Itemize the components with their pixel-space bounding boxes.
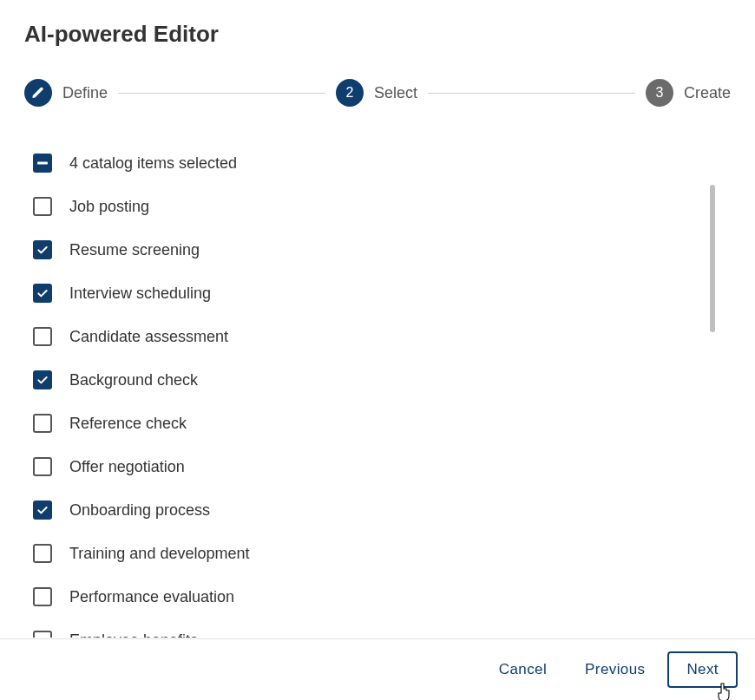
list-item-label: Background check	[69, 371, 198, 389]
cancel-button[interactable]: Cancel	[483, 652, 562, 687]
next-button[interactable]: Next	[667, 651, 738, 688]
pencil-icon	[24, 79, 52, 107]
step-label: Create	[684, 84, 731, 102]
checkbox[interactable]	[33, 414, 52, 433]
select-all-checkbox[interactable]	[33, 154, 52, 173]
list-item: Training and development	[33, 532, 731, 575]
catalog-list: 4 catalog items selected Job posting Res…	[24, 141, 731, 638]
svg-rect-0	[37, 162, 48, 165]
checkbox[interactable]	[33, 544, 52, 563]
step-number-icon: 2	[336, 79, 364, 107]
checkbox[interactable]	[33, 370, 52, 389]
list-item: Offer negotiation	[33, 445, 731, 488]
list-item: Background check	[33, 358, 731, 402]
list-item: Job posting	[33, 185, 731, 228]
list-item-label: Employee benefits	[69, 631, 198, 638]
list-item: Performance evaluation	[33, 575, 731, 618]
list-item-label: Reference check	[69, 415, 187, 433]
list-item-label: Interview scheduling	[69, 285, 211, 303]
checkbox[interactable]	[33, 197, 52, 216]
list-item: Employee benefits	[33, 618, 731, 638]
checkbox[interactable]	[33, 284, 52, 303]
list-item-label: Candidate assessment	[69, 328, 228, 346]
step-create[interactable]: 3 Create	[646, 79, 731, 107]
step-select[interactable]: 2 Select	[336, 79, 417, 107]
footer: Cancel Previous Next	[0, 638, 755, 700]
step-define[interactable]: Define	[24, 79, 108, 107]
step-divider	[428, 93, 635, 94]
list-item: Interview scheduling	[33, 271, 731, 315]
list-item-label: Offer negotiation	[69, 458, 185, 476]
list-item: Reference check	[33, 402, 731, 445]
page-title: AI-powered Editor	[24, 21, 731, 48]
checkbox[interactable]	[33, 631, 52, 638]
list-item-label: Training and development	[69, 545, 249, 563]
step-number-icon: 3	[646, 79, 673, 107]
list-item-label: Performance evaluation	[69, 588, 234, 606]
step-divider	[118, 93, 325, 94]
stepper: Define 2 Select 3 Create	[24, 79, 731, 107]
list-item-label: Resume screening	[69, 241, 200, 259]
list-item: Onboarding process	[33, 488, 731, 532]
step-label: Select	[374, 84, 417, 102]
list-item: Candidate assessment	[33, 315, 731, 358]
scrollbar-thumb[interactable]	[710, 185, 715, 332]
list-item-label: Onboarding process	[69, 501, 210, 520]
step-label: Define	[62, 84, 108, 102]
previous-button[interactable]: Previous	[569, 652, 660, 687]
checkbox[interactable]	[33, 327, 52, 346]
checkbox[interactable]	[33, 457, 52, 476]
select-all-label: 4 catalog items selected	[69, 154, 237, 173]
list-item: Resume screening	[33, 228, 731, 271]
scrollbar[interactable]	[710, 185, 715, 332]
list-item-label: Job posting	[69, 198, 149, 216]
checkbox[interactable]	[33, 500, 52, 520]
select-all-row: 4 catalog items selected	[33, 141, 731, 185]
checkbox[interactable]	[33, 240, 52, 259]
checkbox[interactable]	[33, 587, 52, 606]
